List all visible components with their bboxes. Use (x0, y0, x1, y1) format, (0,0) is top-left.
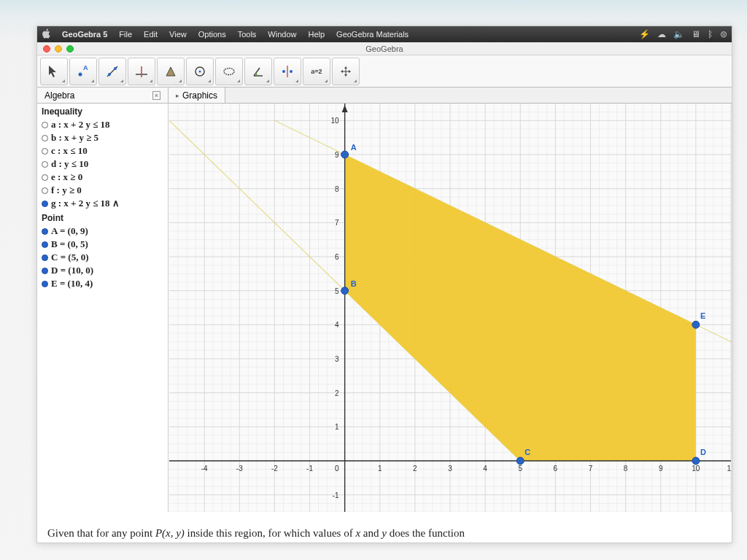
tab-algebra-label: Algebra (44, 90, 74, 101)
ineq-g[interactable]: g : x + 2 y ≤ 18 ∧ (37, 197, 168, 210)
svg-text:A: A (83, 64, 88, 71)
svg-text:8: 8 (624, 464, 628, 472)
svg-text:2: 2 (335, 389, 339, 397)
tab-graphics-label: Graphics (182, 90, 217, 101)
slider-label: a=2 (311, 68, 322, 75)
menu-tools[interactable]: Tools (232, 30, 263, 39)
tool-reflect[interactable] (274, 58, 301, 85)
svg-text:2: 2 (413, 464, 417, 472)
inequality-header: Inequality (37, 104, 168, 118)
battery-icon: ⚡ (639, 29, 650, 39)
svg-text:6: 6 (554, 464, 558, 472)
zoom-window-button[interactable] (66, 45, 74, 52)
toolbar: A a=2 (37, 55, 732, 88)
svg-point-11 (282, 70, 285, 73)
ineq-b[interactable]: b : x + y ≥ 5 (37, 131, 168, 144)
volume-icon: 🔈 (673, 29, 684, 39)
svg-text:9: 9 (659, 464, 663, 472)
ineq-c[interactable]: c : x ≤ 10 (37, 144, 168, 158)
svg-point-3 (108, 73, 111, 76)
svg-text:B: B (351, 279, 357, 288)
svg-text:4: 4 (335, 321, 339, 329)
menu-right-icons: ⚡ ☁ 🔈 🖥 ᛒ ⊜ (639, 29, 727, 39)
svg-point-168 (692, 321, 700, 328)
ineq-f[interactable]: f : y ≥ 0 (37, 184, 168, 197)
svg-text:1: 1 (335, 423, 339, 431)
svg-text:3: 3 (448, 464, 452, 472)
svg-text:10: 10 (692, 464, 700, 472)
title-bar: GeoGebra (37, 42, 732, 55)
display-icon: 🖥 (692, 29, 700, 39)
svg-point-12 (290, 70, 293, 73)
menu-help[interactable]: Help (302, 30, 330, 39)
minimize-window-button[interactable] (55, 45, 62, 52)
graphics-panel[interactable]: -4-3-2-11234567891011-1123456789100ABCDE (169, 104, 732, 512)
svg-point-9 (224, 68, 234, 74)
wifi-icon: ⊜ (720, 29, 727, 39)
question-text: Given that for any point P(x, y) inside … (37, 512, 732, 543)
tool-polygon[interactable] (157, 58, 185, 85)
svg-text:9: 9 (335, 151, 339, 159)
algebra-panel: Inequality a : x + 2 y ≤ 18 b : x + y ≥ … (37, 104, 169, 512)
svg-text:5: 5 (518, 464, 522, 472)
menu-view[interactable]: View (163, 30, 193, 39)
svg-text:3: 3 (335, 355, 339, 363)
menu-app-name[interactable]: GeoGebra 5 (56, 30, 113, 39)
svg-text:11: 11 (727, 464, 732, 472)
svg-text:-3: -3 (236, 464, 243, 472)
panel-tabs: Algebra × ▸ Graphics (37, 88, 732, 104)
ineq-e[interactable]: e : x ≥ 0 (37, 171, 168, 184)
svg-text:6: 6 (335, 253, 339, 261)
tool-move-view[interactable] (332, 58, 360, 85)
point-header: Point (37, 210, 168, 225)
point-b-row[interactable]: B = (0, 5) (37, 238, 168, 251)
svg-text:1: 1 (378, 464, 382, 472)
svg-text:10: 10 (331, 117, 340, 125)
svg-text:7: 7 (589, 464, 593, 472)
menu-options[interactable]: Options (193, 30, 232, 39)
tool-point[interactable]: A (69, 58, 97, 85)
svg-text:-2: -2 (271, 464, 278, 472)
svg-point-164 (516, 457, 524, 464)
point-d-row[interactable]: D = (10, 0) (37, 264, 168, 277)
svg-point-162 (341, 287, 349, 295)
svg-point-166 (692, 457, 700, 464)
svg-text:-1: -1 (333, 491, 339, 499)
tool-ellipse[interactable] (215, 58, 243, 85)
menu-file[interactable]: File (113, 30, 138, 39)
menu-window[interactable]: Window (262, 30, 302, 39)
svg-text:A: A (351, 143, 357, 152)
point-a-row[interactable]: A = (0, 9) (37, 225, 168, 238)
svg-text:5: 5 (335, 287, 339, 295)
window-title: GeoGebra (365, 44, 403, 53)
content-area: Inequality a : x + 2 y ≤ 18 b : x + y ≥ … (37, 104, 732, 512)
chevron-right-icon: ▸ (176, 92, 179, 99)
ineq-a[interactable]: a : x + 2 y ≤ 18 (37, 118, 168, 131)
tab-algebra-close[interactable]: × (152, 91, 160, 100)
svg-point-0 (79, 72, 82, 76)
menu-edit[interactable]: Edit (138, 30, 163, 39)
svg-text:8: 8 (335, 185, 339, 193)
menu-bar: GeoGebra 5 File Edit View Options Tools … (37, 26, 732, 42)
cloud-icon: ☁ (657, 29, 666, 39)
point-e-row[interactable]: E = (10, 4) (37, 277, 168, 290)
ineq-d[interactable]: d : y ≤ 10 (37, 158, 168, 171)
svg-text:-4: -4 (201, 464, 208, 472)
tab-algebra[interactable]: Algebra × (37, 88, 169, 103)
svg-text:E: E (700, 311, 705, 320)
menu-materials[interactable]: GeoGebra Materials (330, 30, 414, 39)
apple-icon (42, 28, 52, 41)
tab-graphics[interactable]: ▸ Graphics (169, 88, 225, 103)
tool-perpendicular[interactable] (128, 58, 155, 85)
svg-point-4 (114, 67, 117, 70)
tool-circle[interactable] (186, 58, 214, 85)
tool-move[interactable] (40, 58, 68, 85)
tool-angle[interactable] (244, 58, 272, 85)
point-c-row[interactable]: C = (5, 0) (37, 251, 168, 264)
svg-text:7: 7 (335, 219, 339, 227)
app-window: GeoGebra 5 File Edit View Options Tools … (36, 26, 732, 543)
graph-canvas[interactable]: -4-3-2-11234567891011-1123456789100ABCDE (169, 104, 732, 512)
close-window-button[interactable] (43, 45, 50, 52)
tool-line[interactable] (98, 58, 126, 85)
tool-slider[interactable]: a=2 (303, 58, 330, 85)
